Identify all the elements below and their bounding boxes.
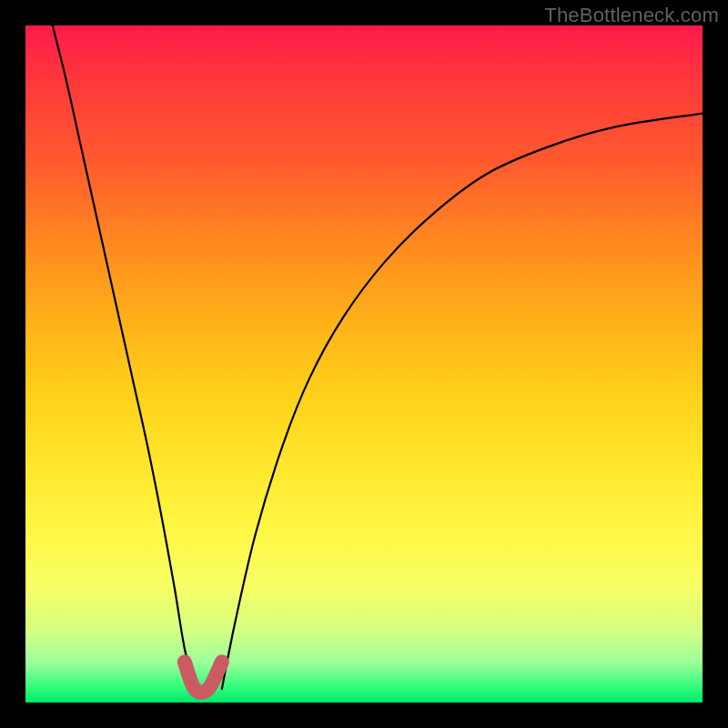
plot-area — [25, 25, 703, 703]
optimal-bump — [185, 662, 222, 692]
chart-frame: TheBottleneck.com — [0, 0, 728, 728]
curve-layer — [25, 25, 703, 703]
curve-right — [222, 114, 703, 689]
curve-left — [53, 25, 195, 689]
watermark-text: TheBottleneck.com — [544, 4, 719, 27]
